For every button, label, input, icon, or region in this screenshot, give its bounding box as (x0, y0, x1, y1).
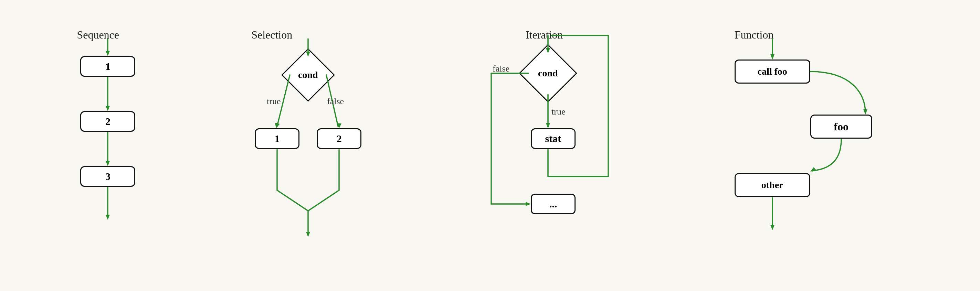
function-title: Function (735, 29, 774, 41)
function-call-label: call foo (757, 66, 787, 77)
function-foo-label: foo (834, 120, 848, 133)
seq-label-3: 3 (105, 171, 110, 182)
svg-text:false: false (493, 64, 509, 74)
sequence-box-1: 1 (80, 56, 135, 77)
svg-line-10 (277, 75, 290, 126)
iteration-diamond: cond (519, 44, 577, 102)
iteration-dots-box: ... (531, 194, 576, 214)
svg-marker-25 (546, 123, 550, 128)
svg-text:true: true (267, 96, 280, 106)
selection-box-1: 1 (255, 128, 299, 149)
svg-text:false: false (327, 96, 344, 106)
svg-marker-21 (306, 232, 310, 237)
sequence-box-3: 3 (80, 166, 135, 187)
seq-label-2: 2 (105, 116, 110, 127)
sequence-box-2: 2 (80, 111, 135, 132)
function-section: Function call foo foo other (728, 25, 907, 266)
function-other-label: other (761, 180, 783, 191)
seq-label-1: 1 (105, 60, 110, 72)
function-foo-box: foo (810, 114, 872, 138)
selection-section: Selection cond 1 2 true false (248, 25, 372, 266)
selection-cond-label: cond (298, 70, 318, 81)
sequence-section: Sequence 1 2 3 (73, 25, 142, 266)
svg-marker-38 (863, 110, 867, 114)
svg-marker-3 (106, 106, 110, 111)
selection-box-2: 2 (317, 128, 361, 149)
svg-line-17 (277, 190, 308, 211)
iteration-dots-label: ... (549, 198, 557, 210)
svg-marker-7 (106, 215, 110, 220)
sequence-title: Sequence (77, 29, 119, 41)
iteration-title: Iteration (526, 29, 563, 41)
selection-title: Selection (251, 29, 292, 41)
svg-marker-34 (526, 202, 531, 206)
iteration-stat-box: stat (531, 128, 576, 149)
svg-marker-5 (106, 161, 110, 166)
selection-right-label: 2 (337, 133, 342, 145)
svg-marker-41 (770, 225, 775, 230)
selection-left-label: 1 (275, 133, 280, 145)
svg-text:true: true (552, 107, 565, 117)
svg-line-13 (326, 75, 338, 126)
selection-diamond: cond (281, 48, 335, 102)
function-call-box: call foo (735, 59, 810, 84)
iteration-stat-label: stat (545, 133, 562, 145)
svg-marker-37 (770, 54, 775, 59)
svg-marker-11 (275, 123, 280, 128)
iteration-section: Iteration cond stat ... true false (477, 25, 622, 266)
svg-marker-1 (106, 51, 110, 56)
svg-marker-39 (810, 167, 816, 172)
function-other-box: other (735, 173, 810, 197)
svg-line-19 (308, 190, 339, 211)
svg-marker-14 (337, 123, 342, 128)
iteration-cond-label: cond (538, 68, 558, 79)
